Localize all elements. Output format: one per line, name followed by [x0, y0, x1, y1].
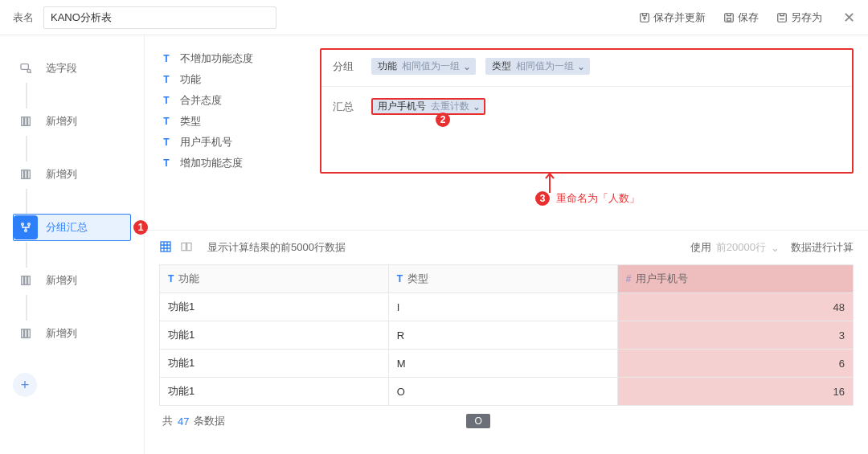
pipeline-step-1[interactable]: 新增列	[13, 108, 131, 135]
table-row[interactable]: 功能1I48	[160, 293, 854, 321]
compute-label: 数据进行计算	[791, 240, 854, 255]
result-table: T功能T类型#用户手机号 功能1I48功能1R3功能1M6功能1O16	[159, 264, 854, 406]
save-as-label: 另存为	[791, 10, 822, 25]
cell: M	[388, 350, 617, 378]
cell: 16	[617, 378, 853, 406]
chip-main: 类型	[492, 59, 511, 73]
svg-rect-23	[187, 243, 191, 250]
field-label: 功能	[180, 72, 201, 87]
chip-main: 功能	[378, 59, 397, 73]
footer-total: 47	[178, 415, 189, 427]
save-icon	[723, 12, 735, 23]
save-label: 保存	[738, 10, 759, 25]
svg-point-12	[22, 223, 24, 226]
group-aggregate-box: 分组 功能相同值为一组⌄类型相同值为一组⌄ 汇总 用户手机号 去重计数 ⌄	[320, 48, 854, 174]
field-item[interactable]: T合并态度	[159, 90, 320, 111]
group-label: 分组	[333, 59, 371, 74]
add-step-button[interactable]: +	[13, 373, 37, 397]
cell: 3	[617, 321, 853, 350]
cell: 功能1	[160, 321, 389, 350]
pipeline-step-3[interactable]: 分组汇总1	[13, 214, 131, 241]
header-bar: 表名 保存并更新 保存 另存为 ✕	[0, 0, 868, 35]
close-button[interactable]: ✕	[843, 9, 855, 27]
svg-point-13	[28, 223, 31, 226]
fields-list: T不增加功能态度T功能T合并态度T类型T用户手机号T增加功能态度	[159, 48, 320, 174]
pipeline-step-label: 分组汇总	[46, 220, 88, 235]
group-chip[interactable]: 类型相同值为一组⌄	[485, 58, 590, 75]
svg-rect-20	[28, 329, 31, 338]
svg-rect-11	[28, 170, 31, 179]
result-panel: 显示计算结果的前5000行数据 使用 前20000行 ⌄ 数据进行计算 T功能T…	[145, 230, 868, 454]
use-rows-select[interactable]: 前20000行	[716, 240, 766, 255]
pipeline-step-label: 新增列	[46, 326, 77, 341]
column-header[interactable]: T功能	[160, 265, 389, 293]
aggregate-chip-user-phone[interactable]: 用户手机号 去重计数 ⌄	[371, 98, 485, 115]
columns-icon	[14, 321, 38, 346]
pipeline-step-label: 新增列	[46, 114, 77, 129]
chip-sub: 相同值为一组	[516, 59, 574, 73]
field-item[interactable]: T增加功能态度	[159, 153, 320, 174]
text-type-icon: T	[159, 137, 174, 148]
cell: 功能1	[160, 293, 389, 321]
field-label: 用户手机号	[180, 135, 232, 149]
column-header[interactable]: #用户手机号	[617, 265, 853, 293]
save-button[interactable]: 保存	[723, 10, 759, 25]
type-prefix-icon: #	[626, 273, 632, 284]
field-item[interactable]: T功能	[159, 69, 320, 90]
table-view-icon[interactable]	[159, 240, 172, 256]
chevron-down-icon: ⌄	[577, 61, 585, 72]
table-row[interactable]: 功能1R3	[160, 321, 854, 350]
table-name-label: 表名	[13, 10, 34, 25]
card-view-icon[interactable]	[180, 240, 193, 256]
type-prefix-icon: T	[397, 273, 403, 284]
chip-sub: 相同值为一组	[402, 59, 460, 73]
aggregate-chip-sub: 去重计数	[431, 100, 469, 113]
field-item[interactable]: T用户手机号	[159, 132, 320, 153]
column-label: 用户手机号	[636, 272, 688, 284]
field-item[interactable]: T类型	[159, 111, 320, 132]
type-prefix-icon: T	[168, 273, 174, 284]
columns-icon	[14, 162, 38, 186]
chevron-down-icon[interactable]: ⌄	[771, 242, 780, 254]
annotation-badge-2: 2	[436, 112, 450, 127]
select-fields-icon	[14, 56, 38, 80]
footer-prefix: 共	[162, 414, 173, 428]
pipeline-step-4[interactable]: 新增列	[13, 267, 131, 294]
column-label: 类型	[407, 272, 428, 284]
pipeline-step-2[interactable]: 新增列	[13, 161, 131, 188]
svg-rect-2	[727, 18, 731, 20]
pipeline-step-label: 新增列	[46, 273, 77, 288]
svg-rect-7	[25, 117, 27, 126]
table-row[interactable]: 功能1O16	[160, 378, 854, 406]
field-label: 合并态度	[180, 93, 222, 108]
aggregate-label: 汇总	[333, 100, 371, 114]
group-icon	[14, 215, 38, 239]
field-item[interactable]: T不增加功能态度	[159, 48, 320, 69]
group-row: 分组 功能相同值为一组⌄类型相同值为一组⌄	[333, 58, 841, 75]
save-and-refresh-button[interactable]: 保存并更新	[639, 10, 706, 25]
chevron-down-icon: ⌄	[473, 101, 481, 112]
field-label: 不增加功能态度	[180, 51, 253, 66]
save-as-icon	[776, 12, 788, 23]
save-as-button[interactable]: 另存为	[776, 10, 822, 25]
cell: R	[388, 321, 617, 350]
text-type-icon: T	[159, 74, 174, 85]
pipeline-step-0[interactable]: 选字段	[13, 55, 131, 82]
cell: 功能1	[160, 350, 389, 378]
table-name-input[interactable]	[43, 6, 276, 29]
cell: I	[388, 293, 617, 321]
column-header[interactable]: T类型	[388, 265, 617, 293]
aggregate-row: 汇总 用户手机号 去重计数 ⌄	[333, 98, 841, 115]
svg-rect-22	[182, 243, 186, 250]
field-label: 类型	[180, 114, 201, 129]
annotation-text: 重命名为「人数」	[556, 191, 640, 206]
text-type-icon: T	[159, 95, 174, 106]
cell: 功能1	[160, 378, 389, 406]
chevron-down-icon: ⌄	[463, 61, 471, 72]
group-chip[interactable]: 功能相同值为一组⌄	[371, 58, 476, 75]
svg-rect-8	[28, 117, 31, 126]
table-row[interactable]: 功能1M6	[160, 350, 854, 378]
pipeline-step-label: 新增列	[46, 167, 77, 182]
result-row-note: 显示计算结果的前5000行数据	[207, 240, 346, 255]
pipeline-step-5[interactable]: 新增列	[13, 320, 131, 347]
